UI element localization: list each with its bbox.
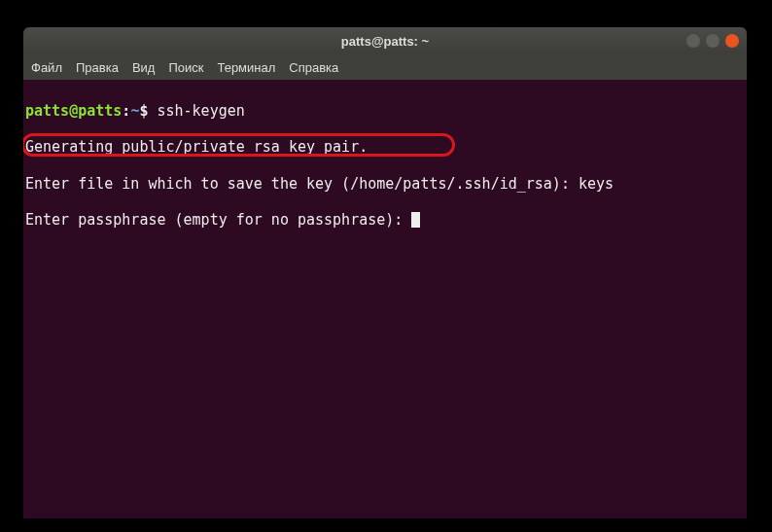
terminal-line: patts@patts:~$ ssh-keygen — [25, 102, 745, 121]
menu-search[interactable]: Поиск — [168, 60, 203, 75]
menu-file[interactable]: Файл — [31, 60, 62, 75]
passphrase-prompt: Enter passphrase (empty for no passphras… — [25, 211, 411, 229]
terminal-output-line: Enter file in which to save the key (/ho… — [25, 175, 745, 194]
cursor-icon — [411, 212, 420, 228]
terminal-body[interactable]: patts@patts:~$ ssh-keygen Generating pub… — [23, 80, 747, 518]
window-title: patts@patts: ~ — [341, 34, 429, 49]
close-button[interactable] — [725, 34, 739, 48]
menu-view[interactable]: Вид — [132, 60, 156, 75]
titlebar: patts@patts: ~ — [23, 27, 747, 54]
menu-help[interactable]: Справка — [289, 60, 338, 75]
maximize-button[interactable] — [706, 34, 719, 48]
command-text: ssh-keygen — [148, 102, 244, 120]
terminal-window: patts@patts: ~ Файл Правка Вид Поиск Тер… — [23, 27, 747, 518]
window-controls — [686, 34, 739, 48]
menu-edit[interactable]: Правка — [76, 60, 119, 75]
menubar: Файл Правка Вид Поиск Терминал Справка — [23, 54, 747, 80]
terminal-output-line: Enter passphrase (empty for no passphras… — [25, 211, 745, 230]
menu-terminal[interactable]: Терминал — [217, 60, 275, 75]
minimize-button[interactable] — [686, 34, 700, 48]
prompt-user-host: patts@patts — [25, 102, 122, 120]
terminal-output-line: Generating public/private rsa key pair. — [25, 138, 745, 157]
